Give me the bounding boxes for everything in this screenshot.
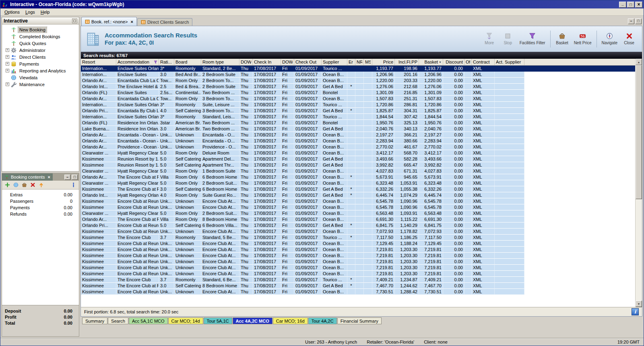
expand-plus-icon[interactable]: + — [6, 82, 9, 86]
table-row[interactable]: Orlando Pri...Encantada By Club L...4.0S… — [81, 108, 635, 114]
column-header-resort[interactable]: Resort — [81, 59, 116, 65]
filter-icon[interactable] — [154, 60, 157, 64]
bottom-tab-tour-4a-2c[interactable]: Tour 4A,2C — [308, 317, 337, 324]
table-row[interactable]: KissimmeeEncore Club at Reuni...Unk...Un… — [81, 253, 635, 259]
table-row[interactable]: KissimmeeEncore Club at Reuni...Unk...Un… — [81, 247, 635, 253]
column-header-contract[interactable]: Contract — [472, 59, 495, 65]
more-button[interactable]: More — [481, 32, 498, 46]
column-header-accommodation[interactable]: Accommodation — [116, 59, 159, 65]
column-header-er[interactable]: Er — [347, 59, 355, 65]
info-button[interactable] — [71, 182, 76, 187]
window-minimize-icon[interactable] — [619, 2, 626, 8]
window-maximize-icon[interactable] — [627, 2, 634, 8]
vertical-scrollbar[interactable]: ▲ ▼ — [635, 59, 642, 307]
up-button[interactable] — [39, 182, 44, 187]
scroll-down-icon[interactable]: ▼ — [636, 301, 642, 307]
column-header-supplier[interactable]: Supplier — [322, 59, 347, 65]
column-header-act-supplier[interactable]: Act. Supplier — [495, 59, 524, 65]
sidebar-item-viewdata[interactable]: +Viewdata — [2, 74, 79, 81]
sidebar-item-reporting-and-analytics[interactable]: +Reporting and Analytics — [2, 67, 79, 74]
table-row[interactable]: Orlando Int...The Enclave Hotel & ...2.5… — [81, 84, 635, 90]
doc-minimize-icon[interactable] — [628, 19, 634, 24]
bottom-tab-financial-summary[interactable]: Financial Summary — [337, 317, 382, 324]
close-button[interactable]: Close — [620, 32, 638, 46]
table-row[interactable]: Internation...Enclave Suites Orlando3*Ro… — [81, 102, 635, 108]
booking-contents-tab[interactable]: Booking contents × — [2, 173, 53, 181]
bottom-tab-acc-5a-1c-mco[interactable]: Acc 5A,1C MCO — [129, 317, 168, 324]
table-row[interactable]: KissimmeeThe Encore Club at R...3.0Self … — [81, 186, 635, 192]
table-row[interactable]: Orlando (FL)Enclave Suites2.5s...Contine… — [81, 90, 635, 96]
column-header-incl-fl-pp[interactable]: Incl.Fl.PP — [395, 59, 419, 65]
nett-price-button[interactable]: Nett Price — [572, 32, 594, 46]
table-row[interactable]: KissimmeeThe Encore Club at R...3.0Self … — [81, 283, 635, 289]
expand-plus-icon[interactable]: + — [6, 69, 9, 72]
table-row[interactable]: Clearwater ...Hyatt Regency Clear...5.0R… — [81, 150, 635, 156]
column-header-check-out[interactable]: Check Out — [294, 59, 322, 65]
scrollbar-track[interactable] — [636, 65, 642, 301]
table-row[interactable]: Orlando Ar...The Encore Club at R...Vill… — [81, 174, 635, 180]
basket-button[interactable]: Basket — [553, 32, 571, 46]
column-header-dow-out[interactable]: DOW — [281, 59, 294, 65]
table-row[interactable]: KissimmeeEncore Club at Reuni...Unk...Un… — [81, 198, 635, 204]
sidebar-item-direct-clients[interactable]: +Direct Clients — [2, 54, 79, 60]
column-header-rating[interactable]: Rati... — [159, 59, 174, 65]
table-row[interactable]: KissimmeeReunion Resort by 1...5.0Self C… — [81, 156, 635, 162]
navigate-button[interactable]: Navigate — [600, 32, 619, 46]
table-row[interactable]: Orlando Ar...Encantada Club La C...Tow..… — [81, 96, 635, 102]
table-row[interactable]: Orlando Int...Hyatt Regency Orlando4.0Ro… — [81, 192, 635, 198]
expand-plus-icon[interactable]: + — [6, 55, 9, 59]
table-row[interactable]: KissimmeeEncore Club at Reuni...Unk...Un… — [81, 204, 635, 210]
stop-button[interactable]: Stop — [499, 32, 517, 46]
info-button[interactable]: i — [632, 308, 639, 315]
table-row[interactable]: Internation...Enclave Suites Orlando3*Ro… — [81, 66, 635, 72]
table-row[interactable]: Internation...Enclave Suites Orlando3*Ro… — [81, 114, 635, 120]
bottom-tab-summary[interactable]: Summary — [82, 317, 107, 324]
table-row[interactable]: KissimmeeEncore Club at Reuni...Unk...Un… — [81, 265, 635, 271]
table-row[interactable]: Internation...Enclave Suites3.0Bed And B… — [81, 72, 635, 78]
column-header-room-type[interactable]: Room type — [201, 59, 239, 65]
refresh-button[interactable] — [13, 182, 19, 187]
add-button[interactable] — [5, 182, 10, 187]
bottom-tab-car-mco-14d[interactable]: Car MCO; 14d — [168, 317, 203, 324]
table-row[interactable]: KissimmeeReunion Resort by 1...5.0Self C… — [81, 162, 635, 168]
table-row[interactable]: Orlando Ar...Encantada Club La C...Tow..… — [81, 78, 635, 84]
column-header-of[interactable]: Of — [464, 59, 472, 65]
column-header-board[interactable]: Board — [174, 59, 201, 65]
menu-logs[interactable]: Logs — [23, 9, 38, 15]
panel-maximize-icon[interactable] — [72, 175, 78, 180]
column-header-price[interactable]: Price — [372, 59, 395, 65]
sidebar-item-new-booking[interactable]: +New Booking — [2, 26, 79, 33]
table-row[interactable]: Orlando Ar...Encantada - Ocean - ...Unk.… — [81, 138, 635, 144]
table-row[interactable]: Lake Buena...Residence Inn Orlan...3.0Am… — [81, 126, 635, 132]
column-header-ms[interactable]: MS — [364, 59, 372, 65]
delete-button[interactable] — [30, 182, 35, 187]
panel-minimize-icon[interactable] — [64, 175, 70, 180]
panel-close-icon[interactable]: × — [47, 175, 50, 179]
table-row[interactable]: Orlando Ar...The Encore Club at R...Vill… — [81, 216, 635, 222]
sidebar-item-administrator[interactable]: +Administrator — [2, 47, 79, 54]
table-row[interactable]: Clearwater ...Hyatt Regency Clear...5.0R… — [81, 210, 635, 216]
bottom-tab-tour-5a-1c[interactable]: Tour 5A,1C — [204, 317, 232, 324]
sidebar-item-completed-bookings[interactable]: +Completed Bookings — [2, 33, 79, 40]
table-row[interactable]: Orlando Pri...Encore Club at Reunion5.0S… — [81, 222, 635, 229]
bottom-tab-search[interactable]: Search — [108, 317, 128, 324]
expand-plus-icon[interactable]: + — [6, 62, 9, 66]
table-row[interactable]: Orlando Ar...Encantada - Ocean - ...Unk.… — [81, 132, 635, 138]
basket-button[interactable] — [22, 182, 27, 187]
scroll-up-icon[interactable]: ▲ — [636, 59, 642, 65]
menu-options[interactable]: Options — [2, 9, 23, 15]
column-header-basket[interactable]: Basket▼ — [419, 59, 443, 65]
tab-book-ref-none[interactable]: Book. ref.: <none>× — [81, 17, 137, 26]
menu-help[interactable]: Help — [38, 9, 53, 15]
column-header-nr[interactable]: NR — [355, 59, 364, 65]
sidebar-item-maintenance[interactable]: +Maintenance — [2, 81, 79, 88]
scrollbar-thumb[interactable] — [636, 65, 642, 199]
table-row[interactable]: Clearwater ...Hyatt Regency Clear...5.0R… — [81, 168, 635, 174]
column-header-dow-in[interactable]: DOW — [239, 59, 253, 65]
table-row[interactable]: Clearwater ...Hyatt Regency Clear...5.0R… — [81, 180, 635, 186]
table-row[interactable]: Orlando (FL)Residence Inn Orlan...3starA… — [81, 120, 635, 126]
table-row[interactable]: KissimmeeEncore Club at Reuni...Unk...Un… — [81, 259, 635, 265]
window-close-icon[interactable] — [635, 2, 642, 8]
panel-collapse-icon[interactable] — [72, 19, 77, 23]
sidebar-item-quick-quotes[interactable]: +Quick Quotes — [2, 40, 79, 47]
